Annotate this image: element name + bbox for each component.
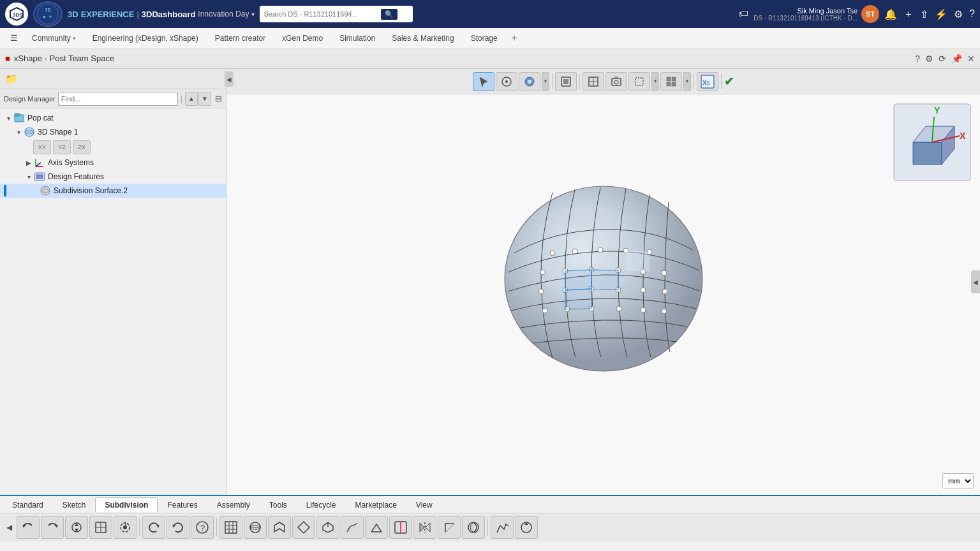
tenant-dropdown[interactable]: ▾ <box>251 11 255 18</box>
design-manager-input[interactable] <box>58 92 178 106</box>
bt-redo-btn[interactable] <box>41 516 64 539</box>
bt-sep-3 <box>487 518 488 536</box>
collapse-left-icon[interactable]: ◀ <box>225 71 234 87</box>
tools-icon[interactable]: ⚙ <box>954 8 963 20</box>
panel-settings-icon[interactable]: ⚙ <box>925 54 933 64</box>
bottom-tab-tools[interactable]: Tools <box>260 497 297 512</box>
collapse-right-btn[interactable]: ◀ <box>971 270 980 293</box>
toolbar-scroll-left[interactable]: ◀ <box>3 517 15 538</box>
tab-simulation[interactable]: Simulation <box>332 31 383 45</box>
app-logo[interactable]: 3DS <box>5 3 28 26</box>
bt-sep-2 <box>216 518 217 536</box>
bt-crease-btn[interactable] <box>365 516 388 539</box>
svg-rect-83 <box>225 522 237 533</box>
tree-toggle-3dshape[interactable]: ▾ <box>14 128 23 136</box>
tree-label-3dshape: 3D Shape 1 <box>38 128 78 136</box>
3d-model <box>470 161 738 403</box>
avatar[interactable]: ST <box>861 5 879 23</box>
menu-icon[interactable]: ☰ <box>5 29 23 47</box>
plane-zx[interactable]: ZX <box>73 140 91 154</box>
svg-point-48 <box>662 270 667 276</box>
tree-toggle-popcat[interactable]: ▾ <box>4 114 13 122</box>
arrow-up-btn[interactable]: ▲ <box>185 92 198 106</box>
tab-sales[interactable]: Sales & Marketing <box>384 31 461 45</box>
svg-point-54 <box>662 289 667 294</box>
viewport-canvas[interactable] <box>226 69 980 495</box>
tab-engineering[interactable]: Engineering (xDesign, xShape) <box>85 31 206 45</box>
tree-item-design-features[interactable]: ▾ Design Features <box>0 170 226 184</box>
bottom-tab-lifecycle[interactable]: Lifecycle <box>297 497 346 512</box>
tree-item-subdivision[interactable]: Subdivision Surface.2 <box>0 184 226 198</box>
tree-label-axis: Axis Systems <box>48 158 94 167</box>
panel-close-icon[interactable]: ✕ <box>967 54 975 64</box>
bt-extrude-btn[interactable] <box>316 516 339 539</box>
help-icon[interactable]: ? <box>969 8 975 20</box>
tree-toggle-design-features[interactable]: ▾ <box>24 172 33 181</box>
compass-widget[interactable]: 3D ▶ ⟳ <box>33 1 63 27</box>
bottom-tab-features[interactable]: Features <box>158 497 207 512</box>
tree-icon-subdivision <box>39 185 52 196</box>
svg-point-55 <box>542 308 547 313</box>
bottom-tab-subdivision[interactable]: Subdivision <box>95 497 158 512</box>
bottom-tab-view[interactable]: View <box>406 497 442 512</box>
bottom-tab-assembly[interactable]: Assembly <box>207 497 260 512</box>
share-icon[interactable]: ⇧ <box>920 8 928 20</box>
bt-sketch-btn[interactable] <box>491 516 514 539</box>
bt-grid-btn[interactable] <box>219 516 242 539</box>
svg-point-59 <box>641 307 646 312</box>
bt-sphere-btn[interactable] <box>244 516 267 539</box>
bt-surface-btn[interactable] <box>341 516 364 539</box>
plane-xy[interactable]: XY <box>33 140 51 154</box>
plane-yz[interactable]: YZ <box>53 140 71 154</box>
tab-community[interactable]: Community ▾ <box>24 31 84 45</box>
unit-select[interactable]: mm cm m in <box>942 473 974 489</box>
tree-item-axis[interactable]: ▶ Axis Systems <box>0 156 226 170</box>
tab-xgen[interactable]: xGen Demo <box>274 31 330 45</box>
bt-circular-btn[interactable] <box>515 516 538 539</box>
bt-bevel-btn[interactable] <box>438 516 461 539</box>
3d-compass[interactable]: X Y <box>891 101 974 184</box>
panel-folder-icon[interactable]: 📁 <box>5 73 18 85</box>
bt-diamond-btn[interactable] <box>292 516 315 539</box>
bottom-tab-sketch[interactable]: Sketch <box>53 497 96 512</box>
panel-app-icon: ■ <box>5 54 10 63</box>
bt-undo2-btn[interactable] <box>142 516 165 539</box>
arrow-down-btn[interactable]: ▼ <box>198 92 211 106</box>
svg-text:3DS: 3DS <box>13 12 23 18</box>
svg-line-13 <box>36 163 41 166</box>
design-manager-bar: Design Manager | ▲ ▼ ⊟ <box>0 89 226 108</box>
panel-toolbar: 📁 <box>0 69 226 89</box>
add-tab-icon[interactable]: ＋ <box>509 31 519 45</box>
bt-plane-btn[interactable] <box>268 516 291 539</box>
svg-point-38 <box>550 251 555 256</box>
bt-help-btn[interactable]: ? <box>191 516 214 539</box>
tree-toggle-axis[interactable]: ▶ <box>24 158 33 167</box>
bottom-tab-standard[interactable]: Standard <box>3 497 53 512</box>
tree-item-3dshape[interactable]: ▾ 3D Shape 1 <box>0 125 226 139</box>
collaborate-icon[interactable]: ⚡ <box>935 8 947 20</box>
tab-pattern[interactable]: Pattern creator <box>207 31 273 45</box>
notification-icon[interactable]: 🔔 <box>884 8 897 20</box>
panel-help-icon[interactable]: ? <box>915 54 920 64</box>
bottom-tab-marketplace[interactable]: Marketplace <box>345 497 406 512</box>
tag-icon[interactable]: 🏷 <box>738 8 748 20</box>
panel-refresh-icon[interactable]: ⟳ <box>939 54 946 64</box>
bt-undo-btn[interactable] <box>17 516 40 539</box>
bt-symmetry-btn[interactable] <box>462 516 485 539</box>
tree-item-popcat[interactable]: ▾ Pop cat <box>0 111 226 125</box>
bt-settings-btn[interactable] <box>114 516 137 539</box>
add-icon[interactable]: ＋ <box>903 8 914 21</box>
tab-storage[interactable]: Storage <box>463 31 505 45</box>
svg-marker-98 <box>420 523 424 532</box>
filter-icon[interactable]: ⊟ <box>215 94 222 103</box>
bt-loop-btn[interactable] <box>389 516 412 539</box>
search-button[interactable]: 🔍 <box>381 9 397 20</box>
bt-redo2-btn[interactable] <box>167 516 189 539</box>
bt-frame-btn[interactable] <box>89 516 112 539</box>
top-bar: 3DS 3D ▶ ⟳ 3DEXPERIENCE | 3DDashboard In… <box>0 0 980 28</box>
bt-mirror-btn[interactable] <box>413 516 436 539</box>
panel-actions: ? ⚙ ⟳ 📌 ✕ <box>915 54 975 64</box>
panel-pin-icon[interactable]: 📌 <box>951 54 962 64</box>
bt-push-pull-btn[interactable] <box>65 516 88 539</box>
search-input[interactable] <box>264 10 378 18</box>
